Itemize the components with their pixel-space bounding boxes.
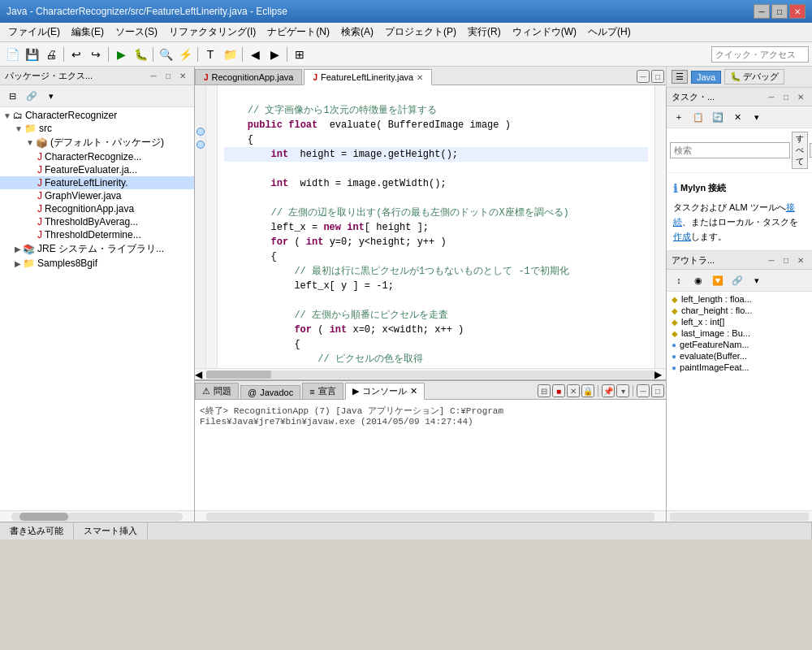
outline-item-4[interactable]: ● getFeatureNam...	[668, 339, 810, 350]
task-btn-2[interactable]: 📋	[689, 108, 707, 126]
tree-item-9[interactable]: J ThresholdDetermine...	[0, 228, 194, 241]
maximize-panel-btn[interactable]: □	[162, 69, 175, 82]
open-resource-btn[interactable]: 📁	[221, 46, 239, 63]
refs-btn[interactable]: ⚡	[176, 46, 194, 63]
menu-source[interactable]: ソース(S)	[110, 24, 162, 41]
view-menu-console-btn[interactable]: ▾	[616, 384, 629, 397]
terminate-btn[interactable]: ■	[552, 384, 565, 397]
outline-menu-btn[interactable]: ▾	[748, 271, 766, 289]
tree-item-1[interactable]: ▼ 📁 src	[0, 122, 194, 135]
mylyn-create-link[interactable]: 作成	[673, 232, 691, 241]
save-button[interactable]: 💾	[23, 46, 41, 63]
search-btn[interactable]: 🔍	[157, 46, 175, 63]
prev-edit-btn[interactable]: ◀	[246, 46, 264, 63]
menu-help[interactable]: ヘルプ(H)	[583, 24, 636, 41]
outline-link-btn[interactable]: 🔗	[728, 271, 746, 289]
hscroll-left-btn: ◀	[195, 369, 206, 380]
minimize-button[interactable]: ─	[754, 4, 770, 19]
max-bottom-btn[interactable]: □	[651, 384, 664, 397]
debug-button[interactable]: 🐛	[132, 46, 149, 63]
outline-item-2[interactable]: ◆ left_x : int[]	[668, 316, 810, 327]
clear-console-btn[interactable]: ⊟	[538, 384, 551, 397]
redo-button[interactable]: ↪	[87, 46, 105, 63]
editor-tab-1[interactable]: J FeatureLeftLinerity.java ✕	[304, 69, 432, 85]
bottom-hscroll[interactable]	[195, 510, 666, 522]
bottom-tab-3[interactable]: ▶ コンソール ✕	[345, 383, 425, 400]
open-type-btn[interactable]: T	[201, 46, 219, 63]
menu-search[interactable]: 検索(A)	[336, 24, 378, 41]
outline-item-3[interactable]: ◆ last_image : Bu...	[668, 327, 810, 339]
maximize-button[interactable]: □	[771, 4, 788, 19]
task-search-input[interactable]	[670, 142, 790, 158]
max-task-btn[interactable]: □	[780, 90, 793, 103]
console-tab-close[interactable]: ✕	[410, 386, 417, 396]
new-button[interactable]: 📄	[3, 46, 21, 63]
bottom-tab-0[interactable]: ⚠ 問題	[195, 383, 239, 399]
menu-file[interactable]: ファイル(E)	[3, 24, 65, 41]
tree-item-6[interactable]: J GraphViewer.java	[0, 189, 194, 202]
task-btn-5[interactable]: ▾	[748, 108, 766, 126]
close-panel-btn[interactable]: ✕	[176, 69, 189, 82]
menu-refactor[interactable]: リファクタリング(I)	[164, 24, 261, 41]
toggle-btn[interactable]: ⊞	[291, 46, 309, 63]
tree-item-3[interactable]: J CharacterRecognize...	[0, 150, 194, 163]
minimize-panel-btn[interactable]: ─	[147, 69, 160, 82]
min-task-btn[interactable]: ─	[765, 90, 778, 103]
task-btn-4[interactable]: ✕	[728, 108, 746, 126]
code-editor[interactable]: // 文字画像から1次元の特徴量を計算する public float evalu…	[218, 85, 654, 368]
outline-item-1[interactable]: ◆ char_height : flo...	[668, 305, 810, 316]
collapse-all-btn[interactable]: ⊟	[3, 87, 21, 105]
tree-item-7[interactable]: J RecognitionApp.java	[0, 202, 194, 215]
package-hscroll[interactable]	[0, 510, 194, 522]
tree-item-0[interactable]: ▼ 🗂 CharacterRecognizer	[0, 109, 194, 122]
quick-access-input[interactable]	[711, 46, 809, 63]
editor-hscroll[interactable]: ◀ ▶	[195, 368, 666, 379]
tree-item-4[interactable]: J FeatureEvaluater.ja...	[0, 163, 194, 176]
tree-item-2[interactable]: ▼ 📦 (デフォルト・パッケージ)	[0, 135, 194, 150]
close-button[interactable]: ✕	[789, 4, 806, 19]
min-outline-btn[interactable]: ─	[765, 254, 778, 266]
outline-filter-btn[interactable]: 🔽	[709, 271, 727, 289]
remove-launch-btn[interactable]: ✕	[567, 384, 580, 397]
tree-item-11[interactable]: ▶ 📁 Samples8Bgif	[0, 257, 194, 270]
max-outline-btn[interactable]: □	[780, 254, 793, 266]
editor-tab-0[interactable]: J RecognitionApp.java	[195, 69, 302, 84]
outline-item-0[interactable]: ◆ left_length : floa...	[668, 293, 810, 305]
undo-button[interactable]: ↩	[67, 46, 85, 63]
task-btn-3[interactable]: 🔄	[709, 108, 727, 126]
close-outline-btn[interactable]: ✕	[794, 254, 807, 266]
menu-run[interactable]: 実行(R)	[463, 24, 506, 41]
tab-close-1[interactable]: ✕	[417, 73, 423, 82]
pin-btn[interactable]: 📌	[602, 384, 615, 397]
task-btn-1[interactable]: +	[670, 108, 688, 126]
maximize-editor-btn[interactable]: □	[651, 70, 664, 83]
tree-item-5[interactable]: J FeatureLeftLinerity.	[0, 176, 194, 189]
perspective-icon-btn[interactable]: ☰	[672, 70, 688, 84]
view-menu-btn[interactable]: ▾	[42, 87, 60, 105]
outline-item-5[interactable]: ● evaluate(Buffer...	[668, 350, 810, 362]
menu-project[interactable]: プロジェクト(P)	[380, 24, 461, 41]
java-perspective-btn[interactable]: Java	[691, 71, 721, 84]
min-bottom-btn[interactable]: ─	[637, 384, 650, 397]
debug-perspective-btn[interactable]: 🐛 デバッグ	[724, 69, 784, 84]
bottom-tab-2[interactable]: ≡ 宣言	[302, 383, 343, 399]
tree-item-8[interactable]: J ThresholdByAverag...	[0, 215, 194, 228]
print-button[interactable]: 🖨	[42, 46, 60, 63]
outline-hscroll[interactable]	[667, 510, 812, 522]
menu-navigate[interactable]: ナビゲート(N)	[262, 24, 335, 41]
menu-edit[interactable]: 編集(E)	[67, 24, 109, 41]
close-task-btn[interactable]: ✕	[794, 90, 807, 103]
outline-item-6[interactable]: ● paintImageFeat...	[668, 362, 810, 373]
menu-window[interactable]: ウィンドウ(W)	[508, 24, 581, 41]
search-all-btn[interactable]: すべて	[792, 132, 808, 169]
link-editor-btn[interactable]: 🔗	[23, 87, 41, 105]
next-edit-btn[interactable]: ▶	[266, 46, 283, 63]
minimize-editor-btn[interactable]: ─	[637, 70, 650, 83]
bottom-tab-1[interactable]: @ Javadoc	[240, 385, 300, 399]
tree-item-10[interactable]: ▶ 📚 JRE システム・ライブラリ...	[0, 241, 194, 257]
run-button[interactable]: ▶	[112, 46, 130, 63]
scroll-lock-btn[interactable]: 🔒	[581, 384, 594, 397]
outline-sort-btn[interactable]: ↕	[670, 271, 688, 289]
outline-hide-btn[interactable]: ◉	[689, 271, 707, 289]
code-line-10: {	[224, 251, 277, 262]
